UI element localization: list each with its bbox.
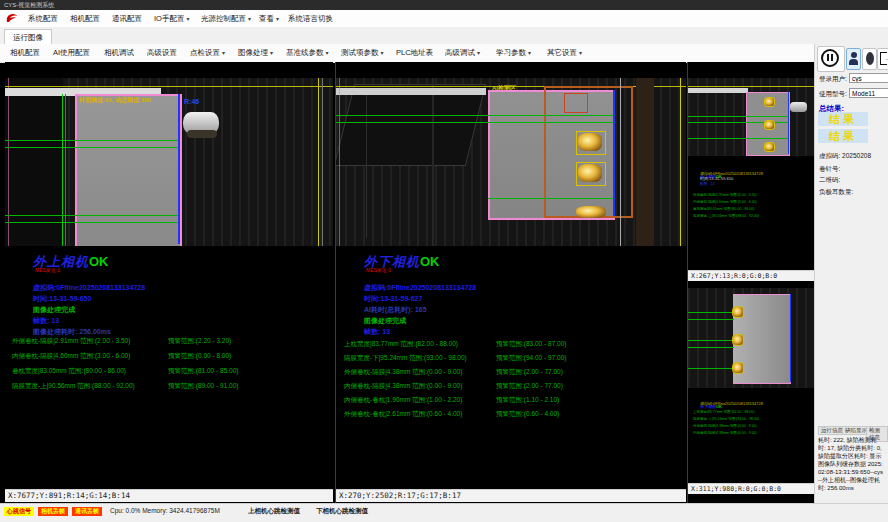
chevron-down-icon: ▾ bbox=[477, 50, 480, 56]
tool-advanced-debug[interactable]: 高级调试▾ bbox=[441, 44, 484, 62]
chevron-down-icon: ▾ bbox=[248, 16, 251, 22]
tab-marker-box bbox=[764, 142, 775, 152]
chevron-down-icon: ▾ bbox=[276, 16, 279, 22]
menu-camera-config[interactable]: 相机配置 bbox=[65, 10, 105, 27]
measurement-row: 外侧卷枕-隔膜|2.91mm 范围:(2.00 - 3.50)预警范围:(2.2… bbox=[12, 337, 130, 346]
capture-time: 时间:13-31-59-650 bbox=[33, 294, 91, 304]
login-label: 登录用户: bbox=[819, 75, 847, 84]
chevron-down-icon: ▾ bbox=[186, 16, 189, 22]
camera-view-upper[interactable]: 针面阈值:93, 动态阈值:100 R:46 外上相机OK MES发送:1 虚拟… bbox=[5, 62, 333, 503]
result-badge-upper: 结果 bbox=[818, 112, 868, 126]
mes-status: MES发送:1 bbox=[35, 267, 60, 273]
chevron-down-icon: ▾ bbox=[222, 50, 225, 56]
thumbnail-column: 外上相机OK 虚拟码:0Ffline20250208133134728 时间:1… bbox=[687, 62, 815, 503]
threshold-overlay-label: 针面阈值:93, 动态阈值:100 bbox=[79, 96, 151, 105]
needle-label: 卷针号: bbox=[819, 165, 840, 174]
login-user-input[interactable] bbox=[849, 73, 888, 83]
cell-region bbox=[75, 94, 182, 246]
measurement-row: 隔膜宽度-下|95.24mm 范围:(93.00 - 98.00)预警范围:(9… bbox=[344, 354, 467, 363]
window-title: CYS-视觉检测系统 bbox=[4, 2, 54, 8]
thumbnail-upper[interactable]: 外上相机OK 虚拟码:0Ffline20250208133134728 时间:1… bbox=[688, 62, 815, 281]
tool-baseline-params[interactable]: 基准线参数▾ bbox=[282, 44, 333, 62]
cpu-memory-text: Cpu: 0.0% Memory: 3424.41796875M bbox=[110, 507, 220, 514]
virtual-code: 虚拟码:0Ffline20250208133134728 bbox=[33, 283, 145, 293]
app-logo-icon bbox=[5, 12, 18, 25]
model-label: 使用型号: bbox=[819, 90, 847, 99]
user-icon bbox=[851, 52, 857, 58]
tool-test-params[interactable]: 测试项参数▾ bbox=[337, 44, 388, 62]
pause-icon bbox=[821, 49, 839, 67]
user-login-button[interactable] bbox=[846, 48, 861, 70]
chevron-down-icon: ▾ bbox=[381, 50, 384, 56]
tab-count-label: 负极耳数量: bbox=[819, 188, 853, 197]
chevron-down-icon: ▾ bbox=[579, 50, 582, 56]
frame-count: 帧数: 13 bbox=[364, 327, 390, 337]
menu-light-config[interactable]: 光源控制配置▾ bbox=[196, 10, 256, 27]
heartbeat-badge: 心跳信号 bbox=[4, 507, 34, 516]
measurement-row: 隔膜宽度-上|90.56mm 范围:(88.00 - 92.00)预警范围:(8… bbox=[12, 382, 135, 391]
model-input[interactable] bbox=[849, 88, 888, 98]
tool-spot-check[interactable]: 点检设置▾ bbox=[186, 44, 229, 62]
camera-drop-badge: 相机丢帧 bbox=[38, 507, 68, 516]
ai-time: AI耗时(总耗时): 165 bbox=[364, 305, 427, 315]
face-id-button[interactable] bbox=[862, 48, 877, 70]
menu-comm-config[interactable]: 通讯配置 bbox=[107, 10, 147, 27]
tool-ai-usage-config[interactable]: AI使用配置 bbox=[49, 44, 94, 62]
tab-marker-box bbox=[764, 97, 775, 107]
app-window: CYS-视觉检测系统 系统配置 相机配置 通讯配置 IO手配置▾ 光源控制配置▾… bbox=[0, 0, 888, 522]
camera-view-lower[interactable]: AI检测区 外下相机OK MES发送:0 虚拟码:0Ffline2 bbox=[335, 62, 686, 503]
tab-marker-box bbox=[732, 334, 744, 346]
result-badge-lower: 结果 bbox=[818, 129, 868, 143]
defect-rect bbox=[564, 93, 588, 113]
pixel-coord-bar-lower: X:270;Y:2502;R:17;G:17;B:17 bbox=[336, 489, 686, 502]
face-icon bbox=[866, 52, 874, 65]
measurement-row: 内侧卷枕-隔膜|4.60mm 范围:(3.00 - 6.00)预警范围:(0.0… bbox=[12, 352, 130, 361]
menu-system-config[interactable]: 系统配置 bbox=[23, 10, 63, 27]
tool-advanced-settings[interactable]: 高级设置 bbox=[143, 44, 181, 62]
camera-image-lower[interactable]: AI检测区 bbox=[336, 78, 686, 246]
tab-marker-box bbox=[764, 120, 775, 130]
measurement-row: 外侧卷枕-卷枕|2.61mm 范围:(0.60 - 4.00)预警范围:(0.6… bbox=[344, 410, 462, 419]
connector-part bbox=[790, 102, 807, 112]
tab-marker-box bbox=[732, 362, 744, 374]
tab-marker-box bbox=[576, 131, 606, 155]
process-done: 图像处理完成 bbox=[364, 316, 406, 326]
thumbnail-lower[interactable]: 外下相机OK 虚拟码:0Ffline20250208133134728 上枕宽度… bbox=[688, 282, 815, 503]
tab-strip: 运行图像 bbox=[0, 27, 888, 45]
camera-image-upper[interactable]: 针面阈值:93, 动态阈值:100 R:46 bbox=[5, 78, 333, 246]
pixel-coord-bar-thumb-upper: X:267;Y:13;R:0;G:0;B:0 bbox=[688, 270, 815, 281]
chevron-down-icon: ▾ bbox=[326, 50, 329, 56]
comm-drop-badge: 通讯丢帧 bbox=[72, 507, 102, 516]
tool-image-process[interactable]: 图像处理▾ bbox=[234, 44, 277, 62]
pause-button[interactable] bbox=[817, 46, 845, 72]
exit-button[interactable]: → bbox=[877, 48, 888, 70]
status-bar: 心跳信号 相机丢帧 通讯丢帧 Cpu: 0.0% Memory: 3424.41… bbox=[0, 503, 888, 522]
side-panel: → 登录用户: 使用型号: 总结果: 结果 结果 虚拟码: 20250208 卷… bbox=[814, 44, 888, 503]
tool-plc-address[interactable]: PLC地址表 bbox=[392, 44, 437, 62]
tool-camera-config[interactable]: 相机配置 bbox=[6, 44, 44, 62]
pixel-coord-bar-upper: X:7677;Y:891;R:14;G:14;B:14 bbox=[5, 489, 333, 502]
upper-cam-heartbeat: 上相机心跳检测值 bbox=[248, 507, 300, 516]
tool-learning-params[interactable]: 学习参数▾ bbox=[492, 44, 535, 62]
tab-marker-box bbox=[576, 162, 606, 186]
menu-view[interactable]: 查看▾ bbox=[254, 10, 284, 27]
menu-language-switch[interactable]: 系统语言切换 bbox=[283, 10, 338, 27]
exit-arrow-icon: → bbox=[884, 57, 888, 61]
tab-run-image[interactable]: 运行图像 bbox=[4, 29, 52, 45]
lower-cam-heartbeat: 下相机心跳检测值 bbox=[316, 507, 368, 516]
roi-line bbox=[8, 78, 9, 246]
pixel-coord-bar-thumb-lower: X:311;Y:980;R:0;G:0;B:0 bbox=[688, 483, 815, 494]
toolbar: 相机配置 AI使用配置 相机调试 高级设置 点检设置▾ 图像处理▾ 基准线参数▾… bbox=[0, 44, 814, 63]
mes-status: MES发送:0 bbox=[366, 267, 391, 273]
measurement-row: 上枕宽度|83.77mm 范围:(82.00 - 88.00)预警范围:(83.… bbox=[344, 340, 458, 349]
tool-camera-debug[interactable]: 相机调试 bbox=[100, 44, 138, 62]
menu-io-config[interactable]: IO手配置▾ bbox=[149, 10, 194, 27]
process-done: 图像处理完成 bbox=[33, 305, 75, 315]
title-bar: CYS-视觉检测系统 bbox=[0, 0, 888, 10]
log-text: 耗时: 222, 缺陷检测耗时: 17, 缺陷分类耗时: 0, 缺陷提取分区耗时… bbox=[818, 436, 884, 492]
measurement-row: 外侧卷枕-隔膜|4.38mm 范围:(0.00 - 9.00)预警范围:(2.0… bbox=[344, 368, 462, 377]
tool-other-settings[interactable]: 其它设置▾ bbox=[543, 44, 586, 62]
qrcode-label: 二维码: bbox=[819, 176, 840, 185]
vcode-label: 虚拟码: 20250208 bbox=[819, 152, 871, 161]
chevron-down-icon: ▾ bbox=[528, 50, 531, 56]
